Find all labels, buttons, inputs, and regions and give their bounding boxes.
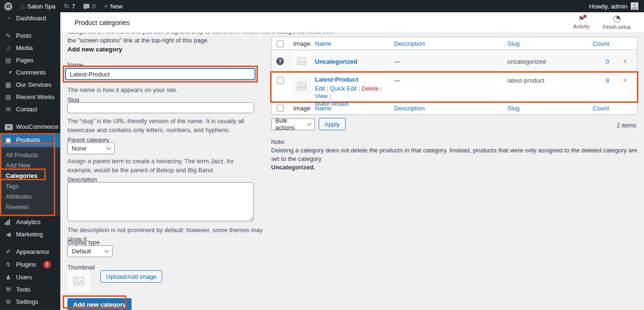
category-count-link[interactable]: 8 (606, 77, 609, 84)
parent-category-select[interactable]: None (67, 142, 115, 154)
posts-icon: ✎ (5, 33, 12, 39)
submenu-label: Categories (6, 172, 37, 179)
gear-icon: ⚙ (5, 299, 12, 305)
display-type-label: Display type (67, 239, 99, 246)
sidebar-item-media[interactable]: ♫ Media (0, 42, 60, 54)
sidebar-item-products[interactable]: ▣ Products (0, 133, 60, 147)
activity-button[interactable]: ⚑ Activity (573, 16, 590, 30)
sidebar-label: Contact (16, 106, 37, 113)
column-footer-slug[interactable]: Slug (507, 105, 592, 112)
submenu-item-categories[interactable]: Categories (0, 171, 60, 181)
tools-icon: ⚒ (5, 286, 12, 293)
account-menu[interactable]: Howdy, admin (589, 2, 644, 10)
sidebar-item-appearance[interactable]: ✐ Appearance (0, 246, 60, 258)
submenu-item-all-products[interactable]: All Products (0, 150, 60, 160)
thumbnail-placeholder (67, 270, 90, 293)
sidebar-item-posts[interactable]: ✎ Posts (0, 30, 60, 42)
activity-label: Activity (573, 24, 590, 29)
view-link[interactable]: View (315, 93, 328, 100)
apply-button[interactable]: Apply (319, 118, 346, 130)
products-icon: ▣ (5, 137, 12, 143)
column-footer-count[interactable]: Count (592, 105, 612, 112)
select-all-checkbox[interactable] (277, 105, 284, 112)
display-type-select[interactable]: Default (67, 245, 113, 257)
sidebar-item-settings[interactable]: ⚙ Settings (0, 296, 60, 308)
table-header-row: Image Name Description Slug Count (272, 37, 637, 50)
column-header-description[interactable]: Description (394, 40, 507, 47)
note-bold-text: Uncategorized. (271, 163, 637, 172)
new-label: New (110, 3, 123, 10)
slug-input[interactable] (67, 102, 254, 113)
home-icon: ⌂ (21, 3, 25, 9)
submenu-item-attributes[interactable]: Attributes (0, 192, 60, 202)
user-icon: ♟ (5, 274, 12, 281)
row-checkbox[interactable] (277, 77, 284, 84)
quick-edit-link[interactable]: Quick Edit (330, 85, 357, 92)
sidebar-label: Posts (16, 33, 32, 39)
note-text: Deleting a category does not delete the … (271, 146, 637, 163)
sidebar-item-pages[interactable]: ▤ Pages (0, 54, 60, 67)
services-icon: ▦ (5, 82, 12, 88)
image-placeholder-icon (297, 83, 306, 90)
name-input[interactable] (66, 68, 255, 80)
menu-separator (0, 241, 60, 246)
category-count-link[interactable]: 0 (606, 58, 609, 65)
submenu-item-reviews[interactable]: Reviews (0, 202, 60, 212)
default-category-help-icon[interactable]: ? (276, 58, 284, 65)
column-header-slug[interactable]: Slug (507, 40, 592, 47)
sidebar-item-recent-works[interactable]: ▧ Recent Works (0, 91, 60, 103)
avatar (631, 2, 638, 10)
sidebar-item-comments[interactable]: Comments (0, 67, 60, 79)
description-textarea[interactable] (67, 182, 254, 221)
submenu-item-tags[interactable]: Tags (0, 181, 60, 192)
sidebar-label: Tools (16, 286, 30, 293)
new-content-link[interactable]: + New (100, 0, 127, 12)
drag-handle-icon[interactable]: ≡ (612, 58, 638, 65)
sidebar-item-analytics[interactable]: Analytics (0, 216, 60, 228)
category-description: — (394, 77, 507, 84)
sidebar-item-marketing[interactable]: ◀ Marketing (0, 228, 60, 241)
image-placeholder-icon (297, 58, 306, 65)
sidebar-label: Comments (16, 69, 46, 76)
name-label: Name (67, 62, 83, 68)
sidebar-item-users[interactable]: ♟ Users (0, 271, 60, 284)
plugin-icon: ↯ (5, 261, 12, 268)
sidebar-item-dashboard[interactable]: ◔ Dashboard (0, 12, 60, 25)
finish-setup-button[interactable]: Finish setup (603, 16, 631, 30)
sidebar-item-woocommerce[interactable]: w WooCommerce (0, 121, 60, 133)
column-header-count[interactable]: Count (592, 40, 612, 47)
bulk-actions-select[interactable]: Bulk actions (271, 118, 315, 130)
wordpress-menu[interactable]: W (0, 0, 17, 12)
column-footer-description[interactable]: Description (394, 105, 507, 112)
comments-count: 0 (92, 3, 95, 10)
edit-link[interactable]: Edit (315, 85, 325, 92)
select-all-checkbox[interactable] (277, 40, 284, 47)
sidebar-item-plugins[interactable]: ↯ Plugins 3 (0, 258, 60, 271)
analytics-icon (5, 219, 12, 225)
comments-link[interactable]: 0 (79, 0, 99, 12)
upload-add-image-button[interactable]: Upload/Add image (100, 270, 162, 283)
sidebar-item-contact[interactable]: ✉ Contact (0, 103, 60, 116)
admin-bar: W ⌂ Salon Spa ↻ 7 0 + New Howdy, admin (0, 0, 644, 12)
sidebar-label: Products (16, 137, 40, 143)
drag-handle-icon[interactable]: ≡ (612, 77, 638, 84)
plus-icon: + (104, 3, 108, 9)
chevron-down-icon (107, 145, 111, 150)
site-name-link[interactable]: ⌂ Salon Spa (17, 0, 59, 12)
sidebar-item-our-services[interactable]: ▦ Our Services (0, 79, 60, 91)
name-help-text: The name is how it appears on your site. (67, 85, 256, 94)
display-type-value: Default (72, 248, 91, 255)
category-name-link[interactable]: Uncategorized (315, 58, 357, 65)
comments-icon (83, 4, 90, 8)
menu-separator (0, 25, 60, 30)
delete-link[interactable]: Delete (362, 85, 379, 92)
updates-link[interactable]: ↻ 7 (59, 0, 79, 12)
column-header-name[interactable]: Name (315, 40, 394, 47)
sidebar-label: Recent Works (16, 94, 54, 101)
add-new-category-button[interactable]: Add new category (67, 298, 132, 310)
submenu-item-add-new[interactable]: Add New (0, 160, 60, 171)
sidebar-item-tools[interactable]: ⚒ Tools (0, 284, 60, 296)
category-name-link[interactable]: Latest-Product (315, 76, 358, 83)
page-title: Product categories (74, 19, 130, 26)
make-default-link[interactable]: Make default (315, 101, 349, 107)
